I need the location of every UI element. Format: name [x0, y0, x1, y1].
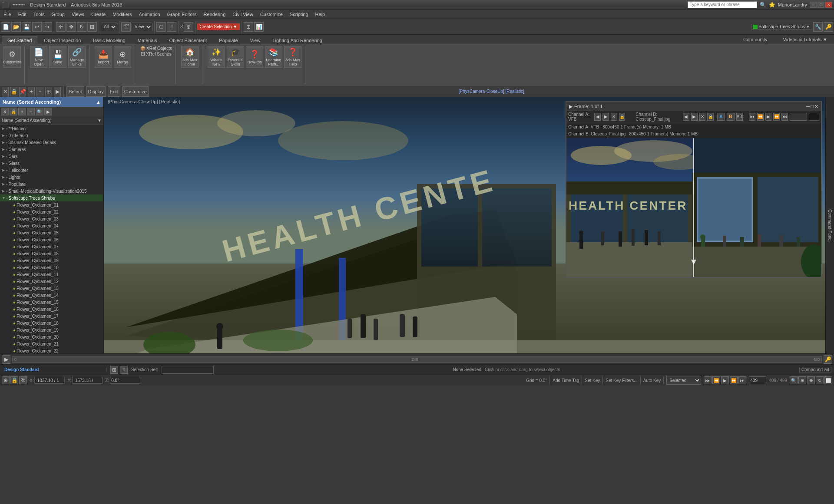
max-help-btn[interactable]: ❓ 3ds MaxHelp [284, 46, 301, 68]
menu-rendering[interactable]: Rendering [200, 11, 229, 18]
pin-btn[interactable]: 📌 [19, 87, 26, 96]
customize-tab-btn[interactable]: Customize [122, 86, 149, 97]
scene-list-item[interactable]: ●Flower_Cyclamen_22 [0, 347, 103, 353]
whats-new-btn[interactable]: ✨ What'sNew [208, 46, 225, 68]
view-dropdown[interactable]: View [132, 23, 152, 31]
scene-list-item[interactable]: ●Flower_Cyclamen_10 [0, 264, 103, 271]
play-start-btn[interactable]: ⏮ [749, 113, 755, 121]
tab-lighting[interactable]: Lighting And Rendering [267, 36, 328, 44]
zoom-btn[interactable]: 🔍 [790, 376, 798, 384]
add-btn[interactable]: + [28, 87, 35, 96]
menu-animation[interactable]: Animation [136, 11, 164, 18]
filter-btn[interactable]: ≡ [120, 366, 128, 374]
menu-file[interactable]: File [0, 11, 15, 18]
menu-group[interactable]: Group [48, 11, 68, 18]
3d-snap-btn[interactable]: ⊕ [184, 22, 193, 32]
align-btn[interactable]: ≡ [167, 22, 176, 32]
frame-number-input[interactable] [749, 376, 766, 384]
scene-list-item[interactable]: ●Flower_Cyclamen_18 [0, 320, 103, 326]
scene-list[interactable]: ▶▪**Hidden▶▪0 (default)▶▪3dsmax Modeled … [0, 125, 103, 353]
scene-list-item[interactable]: ●Flower_Cyclamen_15 [0, 299, 103, 306]
scene-list-item[interactable]: ●Flower_Cyclamen_08 [0, 250, 103, 257]
se-btn6[interactable]: ▶ [44, 108, 52, 115]
xref-objects-btn[interactable]: 📦 XRef Objects [140, 46, 172, 51]
redo-btn[interactable]: ↪ [43, 22, 52, 32]
menu-graph-editors[interactable]: Graph Editors [164, 11, 200, 18]
scene-list-item[interactable]: ●Flower_Cyclamen_14 [0, 292, 103, 299]
maximize-vp-btn[interactable]: ⬜ [824, 376, 832, 384]
tab-object-inspection[interactable]: Object Inspection [38, 36, 86, 44]
close-panel-btn[interactable]: ✕ [2, 87, 9, 96]
scene-list-item[interactable]: ●Flower_Cyclamen_13 [0, 285, 103, 292]
play-next-btn[interactable]: ⏩ [773, 113, 780, 121]
undo-btn[interactable]: ↩ [32, 22, 42, 32]
create-selection-btn[interactable]: Create Selection ▼ [197, 23, 240, 30]
tab-materials[interactable]: Materials [132, 36, 163, 44]
play-prev-btn[interactable]: ⏪ [757, 113, 764, 121]
scene-list-item[interactable]: ●Flower_Cyclamen_21 [0, 340, 103, 347]
scene-list-item[interactable]: ●Flower_Cyclamen_05 [0, 229, 103, 236]
se-btn5[interactable]: 🔍 [36, 108, 43, 115]
open-file-btn[interactable]: 📂 [11, 22, 21, 32]
tab-populate[interactable]: Populate [213, 36, 243, 44]
mirror-btn[interactable]: ⬡ [156, 22, 166, 32]
snap-grid-btn[interactable]: ⊕ [2, 376, 10, 384]
customize-ribbon-btn[interactable]: ⚙ Customize [3, 46, 21, 68]
ch-a-toggle[interactable]: A [717, 113, 725, 121]
command-panel-tab[interactable]: Command Panel [827, 206, 833, 245]
right-panel[interactable]: Command Panel [825, 97, 834, 353]
z-coord-input[interactable] [110, 377, 140, 384]
new-btn[interactable]: 📄 NewOpen [30, 46, 47, 68]
play-end-btn[interactable]: ⏭ [781, 113, 788, 121]
pan-btn[interactable]: ✥ [807, 376, 815, 384]
scale-btn[interactable]: ⊞ [87, 22, 97, 32]
edit-tab-btn[interactable]: Edit [108, 86, 120, 97]
select-filter-btn[interactable]: ⊞ [45, 87, 52, 96]
se-btn4[interactable]: − [27, 108, 35, 115]
scene-list-item[interactable]: ●Flower_Cyclamen_04 [0, 222, 103, 229]
toggle-stats-btn[interactable]: 📊 [254, 22, 264, 32]
scene-list-item[interactable]: ●Flower_Cyclamen_09 [0, 257, 103, 264]
menu-create[interactable]: Create [88, 11, 109, 18]
se-btn3[interactable]: + [18, 108, 26, 115]
se-btn2[interactable]: 🔒 [10, 108, 17, 115]
scene-list-item[interactable]: ●Flower_Cyclamen_06 [0, 236, 103, 243]
frame-input[interactable]: 1(1 [790, 113, 807, 121]
essential-skills-btn[interactable]: 🎓 EssentialSkills [227, 46, 244, 68]
maximize-btn[interactable]: □ [817, 2, 824, 8]
ch-a-lock[interactable]: 🔒 [619, 113, 626, 121]
timeline[interactable]: ▶ 0 240 480 🔑 [0, 354, 834, 365]
selected-dropdown[interactable]: Selected [666, 376, 701, 385]
merge-btn[interactable]: ⊕ Merge [114, 46, 131, 68]
ch-b-toggle[interactable]: B [727, 113, 735, 121]
pb-start[interactable]: ⏮ [704, 376, 712, 384]
save-btn[interactable]: 💾 [22, 22, 31, 32]
menu-help[interactable]: Help [312, 11, 329, 18]
tab-videos[interactable]: Videos & Tutorials ▼ [778, 36, 833, 43]
ch-b-lock[interactable]: 🔒 [707, 113, 714, 121]
tab-community[interactable]: Community [738, 36, 773, 43]
pb-prev[interactable]: ⏪ [712, 376, 720, 384]
select-tab-btn[interactable]: Select [66, 86, 84, 97]
scene-list-item[interactable]: ●Flower_Cyclamen_16 [0, 306, 103, 313]
scene-list-item[interactable]: ●Flower_Cyclamen_20 [0, 333, 103, 340]
scene-list-item[interactable]: ▶▪0 (default) [0, 132, 103, 139]
scene-list-item[interactable]: ▶▪Glass [0, 160, 103, 167]
key-mode-btn[interactable]: 🔑 [824, 355, 832, 364]
more-btn[interactable]: ▶ [54, 87, 61, 96]
viewport[interactable]: HEALTH CENTE [PhysCamera- [104, 97, 825, 353]
max-home-btn[interactable]: 🏠 3ds MaxHome [181, 46, 199, 68]
menu-scripting[interactable]: Scripting [286, 11, 312, 18]
menu-modifiers[interactable]: Modifiers [109, 11, 136, 18]
scene-list-item[interactable]: ●Flower_Cyclamen_07 [0, 243, 103, 250]
minus-btn[interactable]: − [36, 87, 43, 96]
tab-basic-modeling[interactable]: Basic Modeling [87, 36, 131, 44]
scene-list-item[interactable]: ▶▪Small-MedicalBuilding-Visualization201… [0, 188, 103, 194]
select-object-btn[interactable]: ✛ [56, 22, 66, 32]
ch-b-x[interactable]: ✕ [699, 113, 706, 121]
ch-a-prev[interactable]: ◀ [594, 113, 601, 121]
xref-scenes-btn[interactable]: 🎞 XRef Scenes [141, 52, 171, 56]
scene-list-item[interactable]: ▶▪Lights [0, 174, 103, 181]
tab-get-started[interactable]: Get Started [2, 36, 37, 44]
scene-list-item[interactable]: ▶▪**Hidden [0, 125, 103, 132]
